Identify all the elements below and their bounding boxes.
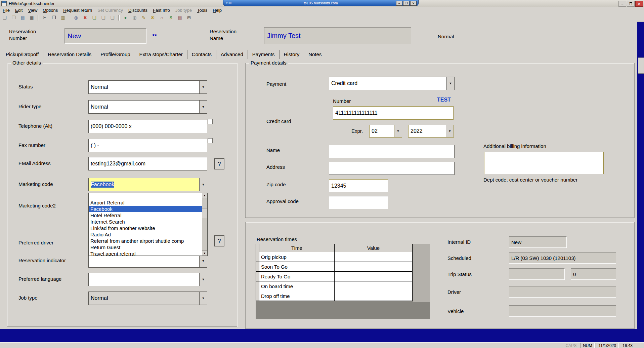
save-icon[interactable]: ▤ bbox=[18, 14, 27, 21]
tab-advanced[interactable]: Advanced bbox=[216, 50, 248, 59]
list-item[interactable] bbox=[89, 193, 207, 199]
cardholder-name-label: Name bbox=[266, 147, 280, 153]
fax-checkbox[interactable] bbox=[208, 138, 213, 143]
delete-icon[interactable]: ✖ bbox=[81, 14, 89, 21]
payment-combo[interactable]: Credit card ▼ bbox=[329, 77, 455, 90]
edit-icon[interactable]: ✎ bbox=[139, 14, 148, 21]
chevron-down-icon[interactable]: ▼ bbox=[446, 77, 454, 90]
telephone-alt-field[interactable]: (000) 000-0000 x bbox=[88, 120, 207, 133]
pin-icon[interactable]: ▾ bbox=[226, 1, 228, 5]
reservation-times-grid: Time Value Orig pickup Soon To Go bbox=[256, 244, 430, 319]
additional-billing-textarea[interactable] bbox=[484, 152, 604, 174]
new-document-icon[interactable]: ❏ bbox=[0, 14, 9, 21]
preferred-language-combo[interactable]: ▼ bbox=[88, 273, 207, 286]
tab-reservation-details[interactable]: Reservation Details bbox=[43, 50, 96, 59]
menu-help[interactable]: Help bbox=[210, 7, 224, 13]
export-icon[interactable]: ❏ bbox=[90, 14, 98, 21]
maximize-button[interactable]: ❐ bbox=[627, 1, 635, 7]
reservation-number-field[interactable]: New bbox=[65, 28, 146, 44]
tab-profile-group[interactable]: Profile/Group bbox=[96, 50, 135, 59]
globe-icon[interactable]: ● bbox=[121, 14, 130, 21]
scrollbar-thumb[interactable] bbox=[202, 208, 207, 218]
document-icon[interactable]: ❏ bbox=[99, 14, 108, 21]
menu-tools[interactable]: Tools bbox=[195, 7, 210, 13]
chevron-down-icon[interactable]: ▼ bbox=[199, 273, 207, 286]
address-field[interactable] bbox=[329, 162, 455, 175]
chevron-down-icon[interactable]: ▼ bbox=[199, 292, 207, 305]
reservation-name-field[interactable]: Jimmy Test bbox=[264, 27, 411, 44]
paste-icon[interactable]: ▥ bbox=[59, 14, 67, 21]
menu-edit[interactable]: Edit bbox=[12, 7, 25, 13]
email-help-button[interactable]: ? bbox=[214, 158, 224, 169]
report-icon[interactable]: ▤ bbox=[176, 14, 184, 21]
menu-fast-info[interactable]: Fast Info bbox=[150, 7, 173, 13]
marketing-code-combo[interactable]: Facebook ▼ bbox=[88, 178, 207, 191]
menu-job-type: Job type bbox=[173, 7, 195, 13]
list-item[interactable]: Travel agent referral bbox=[89, 250, 207, 256]
test-badge: TEST bbox=[437, 97, 451, 103]
chevron-down-icon[interactable]: ▼ bbox=[446, 125, 454, 137]
open-document-icon[interactable]: ❐ bbox=[9, 14, 18, 21]
mail-icon[interactable]: ✉ bbox=[148, 14, 157, 21]
tab-notes[interactable]: Notes bbox=[304, 50, 326, 59]
preferred-driver-help-button[interactable]: ? bbox=[214, 235, 224, 246]
chevron-down-icon[interactable]: ▼ bbox=[199, 101, 207, 113]
list-scrollbar[interactable]: ▲ ▼ bbox=[202, 193, 207, 256]
list-item[interactable]: Referral from another airport shuttle co… bbox=[89, 238, 207, 244]
chevron-down-icon[interactable]: ▼ bbox=[394, 125, 402, 137]
grid-icon[interactable]: ⊞ bbox=[185, 14, 193, 21]
tab-contacts[interactable]: Contacts bbox=[187, 50, 216, 59]
find-icon[interactable]: ◎ bbox=[72, 14, 80, 21]
approval-code-field[interactable] bbox=[329, 196, 388, 209]
email-field[interactable]: testing123@gmail.com bbox=[88, 157, 207, 170]
menu-file[interactable]: File bbox=[0, 7, 12, 13]
required-flags: ** bbox=[152, 33, 157, 40]
menu-options[interactable]: Options bbox=[40, 7, 60, 13]
chevron-down-icon[interactable]: ▼ bbox=[199, 81, 207, 93]
tab-pickup-dropoff[interactable]: Pickup/Dropoff bbox=[1, 50, 43, 59]
fax-field[interactable]: ( ) - bbox=[88, 139, 207, 152]
scroll-down-icon[interactable]: ▼ bbox=[202, 250, 207, 256]
chevron-down-icon[interactable]: ▼ bbox=[199, 178, 207, 191]
menu-discounts[interactable]: Discounts bbox=[126, 7, 150, 13]
job-type-combo[interactable]: Normal ▼ bbox=[88, 292, 207, 305]
scrollbar-fragment[interactable] bbox=[638, 57, 644, 74]
rdp-restore-button[interactable]: ❐ bbox=[403, 1, 410, 6]
rdp-minimize-button[interactable]: – bbox=[396, 1, 402, 6]
list-item[interactable]: Radio Ad bbox=[89, 231, 207, 238]
list-item[interactable]: Return Guest bbox=[89, 244, 207, 250]
rider-type-combo[interactable]: Normal ▼ bbox=[88, 100, 207, 114]
menu-view[interactable]: View bbox=[25, 7, 40, 13]
list-item[interactable]: Hotel Referral bbox=[89, 212, 207, 219]
grid-scroll-area[interactable] bbox=[413, 244, 430, 302]
zip-code-field[interactable]: 12345 bbox=[329, 179, 388, 192]
expr-year-combo[interactable]: 2022 ▼ bbox=[408, 125, 454, 138]
zoom-icon[interactable]: ◎ bbox=[130, 14, 139, 21]
status-combo[interactable]: Normal ▼ bbox=[88, 80, 207, 94]
tab-payments[interactable]: Payments bbox=[248, 50, 280, 59]
credit-card-number-field[interactable]: 4111111111111111 bbox=[333, 106, 454, 120]
tab-extra-stops-charter[interactable]: Extra stops/Charter bbox=[135, 50, 187, 59]
list-item[interactable]: Link/ad from another website bbox=[89, 225, 207, 231]
list-item[interactable]: Internet Search bbox=[89, 219, 207, 225]
cut-icon[interactable]: ✂ bbox=[41, 14, 49, 21]
close-button[interactable]: ✕ bbox=[635, 1, 643, 7]
tab-history[interactable]: History bbox=[280, 50, 304, 59]
print-icon[interactable]: ▦ bbox=[28, 14, 36, 21]
document-2-icon[interactable]: ❏ bbox=[108, 14, 117, 21]
list-item-selected[interactable]: Facebook bbox=[89, 206, 207, 212]
menu-request-return[interactable]: Request return bbox=[60, 7, 95, 13]
rdp-close-button[interactable]: ✕ bbox=[410, 1, 417, 6]
cardholder-name-field[interactable] bbox=[329, 145, 455, 158]
chevron-down-icon[interactable]: ▼ bbox=[199, 255, 207, 267]
telephone-alt-checkbox[interactable] bbox=[208, 119, 213, 124]
copy-icon[interactable]: ❐ bbox=[50, 14, 58, 21]
reservation-indicator-combo[interactable]: ▼ bbox=[88, 254, 207, 268]
list-item[interactable]: Airport Referral bbox=[89, 199, 207, 206]
scroll-up-icon[interactable]: ▲ bbox=[202, 193, 207, 198]
minimize-button[interactable]: – bbox=[618, 1, 626, 7]
home-icon[interactable]: ⌂ bbox=[158, 14, 166, 21]
expr-month-combo[interactable]: 02 ▼ bbox=[369, 125, 402, 138]
money-icon[interactable]: $ bbox=[167, 14, 175, 21]
trip-info-group: Reservation times Time Value Orig pickup bbox=[245, 222, 635, 329]
